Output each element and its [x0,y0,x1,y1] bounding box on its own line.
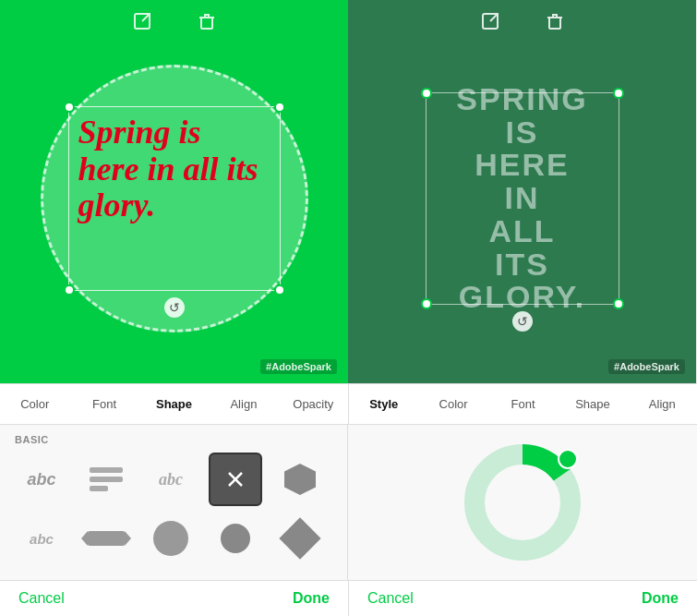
style-panel [348,425,697,580]
shape-hex-item[interactable] [273,453,327,506]
shape-diamond-icon [279,517,320,559]
right-handle-tl[interactable] [421,88,432,99]
left-export-button[interactable] [132,11,152,34]
left-watermark: #AdobeSpark [260,359,337,374]
shape-x-icon [220,464,251,495]
svg-rect-6 [549,18,560,29]
left-cancel-button[interactable]: Cancel [18,590,65,607]
line1 [90,467,123,473]
text-box-left[interactable]: Spring is here in all its glory. ↺ [68,106,281,291]
left-toolbar: Color Font Shape Align Opacity [0,384,348,424]
shape-lines-item[interactable] [79,453,133,506]
shape-diamond-item[interactable] [273,512,327,565]
shape-circle-sm-item[interactable] [209,512,262,565]
shape-x-circle-item[interactable] [209,453,262,506]
shape-abc-italic[interactable]: abc [15,453,68,506]
shapes-panel: BASIC abc abc [0,425,348,580]
shape-lines-icon [90,467,123,491]
toolbar-left-opacity[interactable]: Opacity [279,384,348,424]
toolbar-left-color[interactable]: Color [0,384,69,424]
right-content: SPRINGISHEREINALLITSGLORY. ↺ [367,51,678,346]
right-canvas-panel: SPRINGISHEREINALLITSGLORY. ↺ #AdobeSpark [348,0,696,383]
handle-tl[interactable] [64,102,75,113]
bottom-area: BASIC abc abc [0,424,697,580]
shape-circle-sm-icon [221,524,250,553]
bottom-actions-row: Cancel Done Cancel Done [0,580,697,616]
shape-banner-item[interactable] [79,512,133,565]
shape-abc-small[interactable]: abc [15,512,68,565]
shapes-grid-row2: abc [15,512,332,565]
shape-circle-icon [153,521,188,556]
toolbar-right-align[interactable]: Align [628,384,697,424]
donut-area [363,434,682,571]
donut-wrapper[interactable] [458,438,587,567]
right-delete-button[interactable] [545,11,565,34]
left-delete-button[interactable] [197,11,217,34]
handle-tr[interactable] [274,102,285,113]
svg-line-5 [490,14,498,21]
svg-line-1 [142,14,150,21]
right-watermark: #AdobeSpark [608,359,685,374]
left-done-button[interactable]: Done [293,590,330,607]
handle-bl[interactable] [64,284,75,296]
svg-rect-2 [201,18,212,29]
shape-abc-small-icon: abc [30,531,54,547]
shape-abc-outline-item[interactable]: abc [144,453,198,506]
shape-circle-item[interactable] [144,512,198,565]
right-handle-br[interactable] [613,298,624,309]
left-circle-container: Spring is here in all its glory. ↺ [28,51,320,346]
shape-hex-icon [284,464,316,495]
right-handle-tr[interactable] [613,88,624,99]
line2 [90,477,123,482]
right-top-icons [348,11,696,34]
left-canvas-text: Spring is here in all its glory. [69,107,280,232]
shapes-section-label: BASIC [15,434,332,445]
toolbar-right-style[interactable]: Style [349,384,418,424]
shape-banner-icon [88,531,125,546]
toolbar-left-font[interactable]: Font [69,384,138,424]
toolbar-right-shape[interactable]: Shape [558,384,627,424]
shapes-grid-row1: abc abc [15,453,332,506]
line3 [90,486,108,491]
right-handle-bl[interactable] [421,298,432,309]
right-done-button[interactable]: Done [642,590,679,607]
right-bottom-actions: Cancel Done [348,581,697,616]
toolbar-left-shape[interactable]: Shape [139,384,209,424]
shape-abc-icon: abc [27,470,55,489]
rotate-handle-left[interactable]: ↺ [164,297,185,318]
right-toolbar: Style Color Font Shape Align [349,384,697,424]
right-export-button[interactable] [480,11,500,34]
left-canvas-panel: Spring is here in all its glory. ↺ #Adob… [0,0,348,383]
dotted-circle: Spring is here in all its glory. ↺ [41,65,308,332]
left-bottom-actions: Cancel Done [0,581,348,616]
right-canvas-text: SPRINGISHEREINALLITSGLORY. [449,76,595,321]
handle-br[interactable] [274,284,285,296]
shape-abc-outline-icon: abc [159,470,183,489]
donut-selector-dot[interactable] [558,449,578,469]
right-cancel-button[interactable]: Cancel [367,590,414,607]
toolbar-right-font[interactable]: Font [488,384,558,424]
toolbar-left-align[interactable]: Align [209,384,278,424]
left-top-icons [0,11,348,34]
text-box-right[interactable]: SPRINGISHEREINALLITSGLORY. ↺ [426,92,619,305]
toolbar-right-color[interactable]: Color [418,384,487,424]
rotate-handle-right[interactable]: ↺ [512,311,533,332]
toolbar-row: Color Font Shape Align Opacity Style Col… [0,383,697,424]
